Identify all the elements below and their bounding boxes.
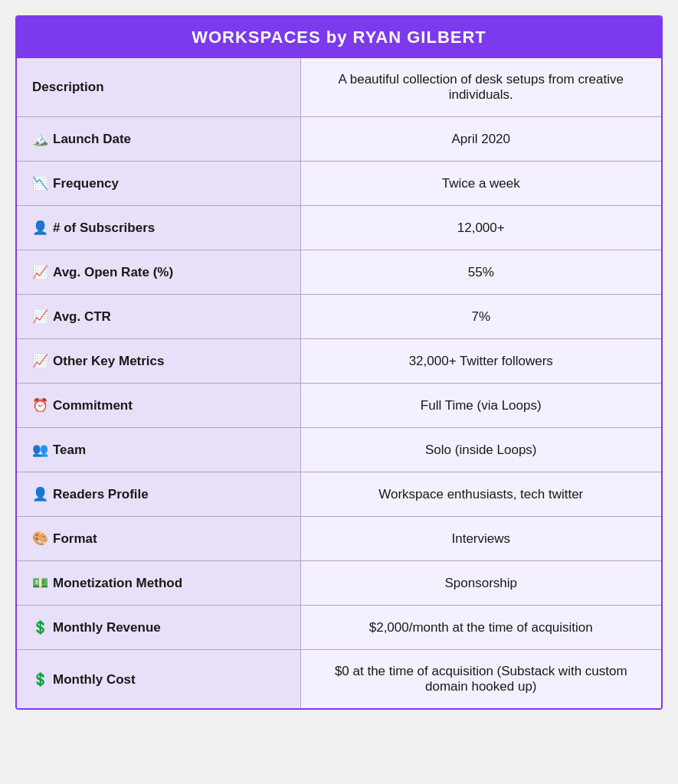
row-label-cell: 🎨Format — [17, 517, 300, 561]
row-label: Frequency — [53, 176, 119, 191]
row-icon: 👤 — [32, 220, 48, 235]
row-value-cell: Interviews — [300, 517, 661, 561]
row-label-cell: 👥Team — [17, 428, 300, 472]
row-value-cell: Twice a week — [300, 162, 661, 206]
row-label-cell: 💵Monetization Method — [17, 561, 300, 606]
row-label: Monthly Cost — [53, 672, 136, 687]
row-label-cell: 📈Other Key Metrics — [17, 339, 300, 384]
table-row: 👤Readers ProfileWorkspace enthusiasts, t… — [17, 472, 661, 517]
row-label-cell: 👤Readers Profile — [17, 472, 300, 517]
row-icon: 💲 — [32, 672, 48, 687]
row-label: Monthly Revenue — [53, 620, 161, 635]
row-value-cell: A beautiful collection of desk setups fr… — [300, 58, 661, 117]
table-row: 📈Other Key Metrics32,000+ Twitter follow… — [17, 339, 661, 384]
card-header: WORKSPACES by RYAN GILBERT — [17, 17, 661, 58]
row-icon: 💲 — [32, 620, 48, 635]
table-row: 👤# of Subscribers12,000+ — [17, 206, 661, 250]
row-value-cell: 12,000+ — [300, 206, 661, 250]
row-icon: 📈 — [32, 265, 48, 279]
row-label-cell: 👤# of Subscribers — [17, 206, 300, 250]
info-table: DescriptionA beautiful collection of des… — [17, 58, 661, 708]
row-icon: 💵 — [32, 576, 48, 590]
main-card: WORKSPACES by RYAN GILBERT DescriptionA … — [15, 15, 663, 710]
row-value-cell: 32,000+ Twitter followers — [300, 339, 661, 384]
row-label: Other Key Metrics — [53, 354, 165, 368]
row-label: # of Subscribers — [53, 220, 155, 235]
row-value-cell: April 2020 — [300, 117, 661, 162]
row-label: Avg. CTR — [53, 309, 111, 324]
table-row: DescriptionA beautiful collection of des… — [17, 58, 661, 117]
table-row: 📈Avg. Open Rate (%)55% — [17, 250, 661, 295]
row-label-cell: 💲Monthly Cost — [17, 650, 300, 709]
row-label-cell: 📈Avg. Open Rate (%) — [17, 250, 300, 295]
row-value-cell: 55% — [300, 250, 661, 295]
row-label: Team — [53, 443, 86, 457]
row-icon: 🎨 — [32, 531, 48, 546]
row-value-cell: Workspace enthusiasts, tech twitter — [300, 472, 661, 517]
row-icon: 📈 — [32, 309, 48, 324]
row-label: Readers Profile — [53, 487, 149, 501]
row-value-cell: 7% — [300, 295, 661, 339]
row-label-cell: Description — [17, 58, 300, 117]
header-title: WORKSPACES by RYAN GILBERT — [192, 28, 486, 47]
row-label-cell: 📈Avg. CTR — [17, 295, 300, 339]
row-icon: 👤 — [32, 487, 48, 501]
table-row: 💲Monthly Revenue$2,000/month at the time… — [17, 606, 661, 650]
row-label-cell: 📉Frequency — [17, 162, 300, 206]
row-label: Commitment — [53, 398, 133, 413]
row-icon: 📉 — [32, 176, 48, 191]
row-label: Format — [53, 531, 97, 546]
row-label: Launch Date — [53, 132, 131, 146]
row-label: Monetization Method — [53, 576, 182, 590]
row-icon: 👥 — [32, 443, 48, 457]
row-label: Description — [32, 80, 104, 94]
table-row: 💲Monthly Cost$0 at the time of acquisiti… — [17, 650, 661, 709]
row-value-cell: $0 at the time of acquisition (Substack … — [300, 650, 661, 709]
row-value-cell: Solo (inside Loops) — [300, 428, 661, 472]
table-row: 💵Monetization MethodSponsorship — [17, 561, 661, 606]
table-row: 👥TeamSolo (inside Loops) — [17, 428, 661, 472]
row-value-cell: Full Time (via Loops) — [300, 384, 661, 428]
row-label: Avg. Open Rate (%) — [53, 265, 173, 279]
row-value-cell: $2,000/month at the time of acquisition — [300, 606, 661, 650]
row-icon: ⏰ — [32, 398, 48, 413]
table-row: 🎨FormatInterviews — [17, 517, 661, 561]
table-row: 🏔️Launch DateApril 2020 — [17, 117, 661, 162]
table-row: 📉FrequencyTwice a week — [17, 162, 661, 206]
table-row: ⏰CommitmentFull Time (via Loops) — [17, 384, 661, 428]
row-label-cell: ⏰Commitment — [17, 384, 300, 428]
row-icon: 🏔️ — [32, 132, 48, 146]
row-label-cell: 💲Monthly Revenue — [17, 606, 300, 650]
row-value-cell: Sponsorship — [300, 561, 661, 606]
row-icon: 📈 — [32, 354, 48, 368]
table-row: 📈Avg. CTR7% — [17, 295, 661, 339]
row-label-cell: 🏔️Launch Date — [17, 117, 300, 162]
